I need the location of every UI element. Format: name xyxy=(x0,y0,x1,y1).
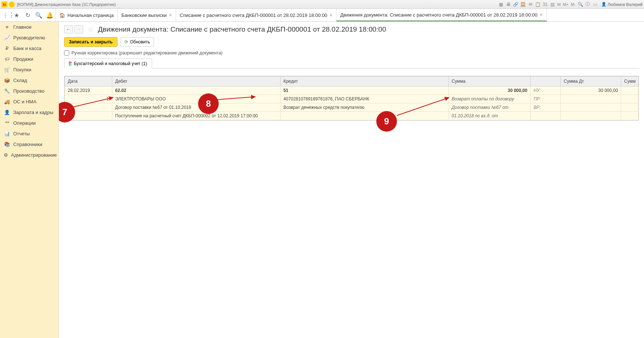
cell-desc-l1: Возврат оплаты по договору xyxy=(448,95,531,103)
col-sumdt[interactable]: Сумма Дт xyxy=(561,77,621,86)
sidebar-item-label: Покупки xyxy=(13,67,31,72)
annotation-8: 8 xyxy=(198,93,219,114)
memory-mminus-button[interactable]: M- xyxy=(570,2,576,7)
calc-icon[interactable]: 🧮 xyxy=(520,1,527,8)
cell-sum[interactable]: 30 000,00 xyxy=(448,86,531,95)
cell-empty xyxy=(621,95,638,103)
zoom-icon[interactable]: 🔍 xyxy=(577,1,584,8)
tab-home[interactable]: 🏠Начальная страница xyxy=(56,9,118,21)
link-icon[interactable]: 🔗 xyxy=(513,1,519,8)
save-close-button[interactable]: Записать и закрыть xyxy=(64,37,117,47)
cell-credit-acc[interactable]: 51 xyxy=(280,86,448,95)
sidebar-item-main[interactable]: ≡Главное xyxy=(0,22,59,32)
user-label[interactable]: 👤Любимов Валерий xyxy=(601,2,643,7)
subtab-accounting[interactable]: ДтКт Бухгалтерский и налоговый учет (1) xyxy=(64,58,152,68)
sidebar-item-operations[interactable]: ᴬᴷОперации xyxy=(0,118,59,128)
content-area: ← → ☆ Движения документа: Списание с рас… xyxy=(59,22,644,338)
refresh-button[interactable]: ⟳Обновить xyxy=(120,37,154,47)
memory-mplus-button[interactable]: M+ xyxy=(562,2,570,7)
sidebar: ≡Главное 📈Руководителю ₽Банк и касса 🏷Пр… xyxy=(0,22,59,338)
sidebar-item-production[interactable]: 🔧Производство xyxy=(0,86,59,96)
sidebar-item-hr[interactable]: 👤Зарплата и кадры xyxy=(0,107,59,118)
cell-empty xyxy=(621,112,638,120)
cell-vr: ВР: xyxy=(531,103,561,112)
cell-credit-l2[interactable]: Возврат денежных средств покупателю xyxy=(280,103,448,112)
sidebar-item-sales[interactable]: 🏷Продажи xyxy=(0,54,59,64)
cell-debit-l1[interactable]: ЭЛЕКТРОТОВАРЫ ООО xyxy=(112,95,280,103)
tab-label: Начальная страница xyxy=(67,13,114,18)
cell-empty xyxy=(561,112,621,120)
cell-empty xyxy=(621,86,638,95)
cell-sumdt[interactable]: 30 000,00 xyxy=(561,86,621,95)
mail-icon[interactable]: ✉ xyxy=(527,1,534,8)
cart-icon: 🛒 xyxy=(4,67,10,72)
sidebar-item-directories[interactable]: 📚Справочники xyxy=(0,139,59,150)
sidebar-item-label: Производство xyxy=(13,88,45,94)
page-title: Движения документа: Списание с расчетног… xyxy=(98,25,386,33)
sidebar-item-label: Справочники xyxy=(13,142,42,147)
sidebar-item-label: Главное xyxy=(13,24,32,30)
cell-desc-l2: Договор поставки №67 от xyxy=(448,103,531,112)
window-title: [КОПИЯ] Демонстрационная база (1С:Предпр… xyxy=(17,2,116,7)
favorite-star-icon[interactable]: ★ xyxy=(11,9,22,21)
cell-debit-acc[interactable]: 62.02 xyxy=(112,86,280,95)
close-icon[interactable]: × xyxy=(169,12,172,18)
memory-m-button[interactable]: M xyxy=(557,2,562,7)
manual-edit-label: Ручная корректировка (разрешает редактир… xyxy=(71,50,222,56)
col-credit[interactable]: Кредит xyxy=(280,77,448,86)
tab-label: Банковские выписки xyxy=(122,13,167,18)
cell-empty xyxy=(561,103,621,112)
app-logo-icon: 1c xyxy=(1,1,7,7)
history-icon[interactable]: 📋 xyxy=(535,1,541,8)
tab-writeoff[interactable]: Списание с расчетного счета ДКБП-000001 … xyxy=(176,9,337,21)
sidebar-item-assets[interactable]: 🚚ОС и НМА xyxy=(0,96,59,107)
notifications-bell-icon[interactable]: 🔔 xyxy=(44,9,55,21)
col-sumk[interactable]: Сумм xyxy=(621,77,638,86)
calendar-icon[interactable]: 31 xyxy=(542,1,549,8)
sidebar-item-warehouse[interactable]: 📦Склад xyxy=(0,75,59,86)
truck-icon: 🚚 xyxy=(4,99,10,104)
col-sum[interactable]: Сумма xyxy=(448,77,531,86)
cell-credit-l1[interactable]: 40702810789189761876, ПАО СБЕРБАНК xyxy=(280,95,448,103)
sidebar-item-manager[interactable]: 📈Руководителю xyxy=(0,32,59,43)
sidebar-item-admin[interactable]: ⚙Администрирование xyxy=(0,150,59,160)
dropdown-icon[interactable] xyxy=(9,1,15,7)
col-debit[interactable]: Дебет xyxy=(112,77,280,86)
cell-date[interactable]: 28.02.2019 xyxy=(65,86,112,95)
col-date[interactable]: Дата xyxy=(65,77,112,86)
nav-forward-button[interactable]: → xyxy=(74,25,83,33)
subtab-label: Бухгалтерский и налоговый учет (1) xyxy=(74,61,147,66)
calc2-icon[interactable]: ▤ xyxy=(549,1,556,8)
close-icon[interactable]: × xyxy=(330,12,332,18)
sidebar-item-purchases[interactable]: 🛒Покупки xyxy=(0,64,59,75)
cell-debit-l3[interactable]: Поступление на расчетный счет ДКБП-00000… xyxy=(112,112,280,120)
dtk-icon: ᴬᴷ xyxy=(4,120,10,126)
cell-empty xyxy=(531,112,561,120)
person-icon: 👤 xyxy=(4,110,10,115)
favorite-toggle[interactable]: ☆ xyxy=(88,25,94,33)
search-icon[interactable]: 🔍 xyxy=(33,9,44,21)
info-icon[interactable]: ⓘ xyxy=(584,1,591,8)
user-icon: 👤 xyxy=(601,2,606,7)
cell-empty xyxy=(280,112,448,120)
col-blank[interactable] xyxy=(531,77,561,86)
box-icon: 📦 xyxy=(4,78,10,83)
movements-table[interactable]: Дата Дебет Кредит Сумма Сумма Дт Сумм 28… xyxy=(64,76,639,121)
sidebar-item-reports[interactable]: 📊Отчеты xyxy=(0,128,59,139)
tab-movements[interactable]: Движения документа: Списание с расчетног… xyxy=(337,9,547,21)
sidebar-item-label: Отчеты xyxy=(13,131,30,136)
print-icon[interactable]: 🖶 xyxy=(505,1,512,8)
tab-bank-statements[interactable]: Банковские выписки× xyxy=(118,9,176,21)
apps-grid-icon[interactable]: ⋮⋮⋮ xyxy=(0,9,11,21)
manual-edit-checkbox[interactable] xyxy=(64,50,69,56)
sidebar-item-label: Продажи xyxy=(13,56,33,62)
save-icon[interactable]: ▦ xyxy=(498,1,504,8)
sidebar-item-bank[interactable]: ₽Банк и касса xyxy=(0,43,59,54)
annotation-9: 9 xyxy=(376,111,397,132)
close-icon[interactable]: × xyxy=(539,12,542,18)
cell-debit-l2[interactable]: Договор поставки №67 от 01.10.2018 xyxy=(112,103,280,112)
panel-icon[interactable]: ▭ xyxy=(592,1,598,8)
history-clock-icon[interactable]: ↻ xyxy=(22,9,33,21)
nav-back-button[interactable]: ← xyxy=(64,25,73,33)
cell-nu: НУ: xyxy=(531,86,561,95)
